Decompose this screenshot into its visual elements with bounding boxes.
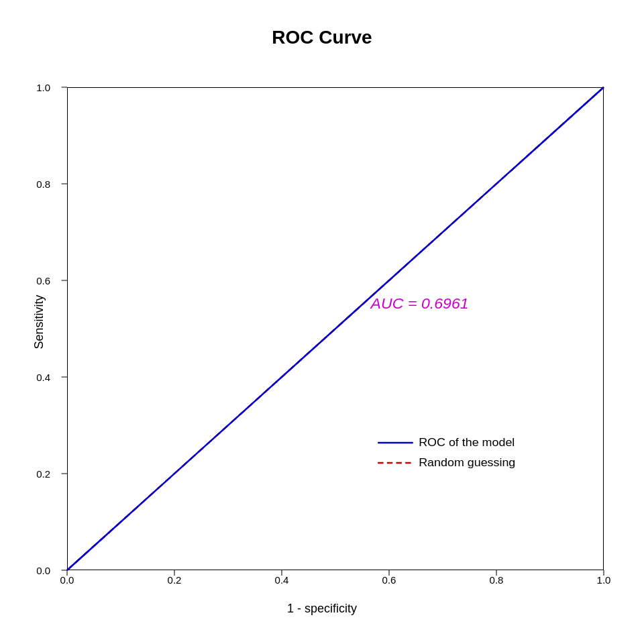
plot-svg: AUC = 0.6961 ROC of the model Random gue…: [67, 87, 604, 570]
chart-container: ROC Curve Sensitivity 1 - specificity: [0, 0, 644, 644]
y-tick-0.6: 0.6: [36, 275, 50, 286]
x-tick-0.4: 0.4: [275, 574, 289, 586]
x-tick-0.6: 0.6: [382, 574, 396, 586]
x-axis-label: 1 - specificity: [0, 602, 644, 616]
x-tick-0.0: 0.0: [60, 574, 74, 586]
chart-title: ROC Curve: [0, 27, 644, 48]
y-tick-1.0: 1.0: [36, 82, 50, 93]
plot-area: AUC = 0.6961 ROC of the model Random gue…: [67, 87, 604, 570]
y-tick-0.4: 0.4: [36, 372, 50, 383]
x-tick-0.2: 0.2: [168, 574, 182, 586]
legend-roc-label: ROC of the model: [419, 435, 515, 448]
roc-curve-line: [67, 87, 604, 570]
x-tick-0.8: 0.8: [490, 574, 504, 586]
auc-annotation: AUC = 0.6961: [370, 296, 469, 312]
y-tick-0.8: 0.8: [36, 178, 50, 190]
y-tick-0.0: 0.0: [36, 565, 50, 576]
legend-random-label: Random guessing: [419, 455, 515, 468]
y-tick-0.2: 0.2: [36, 468, 50, 480]
x-tick-1.0: 1.0: [597, 574, 611, 586]
y-axis-label: Sensitivity: [32, 294, 46, 349]
